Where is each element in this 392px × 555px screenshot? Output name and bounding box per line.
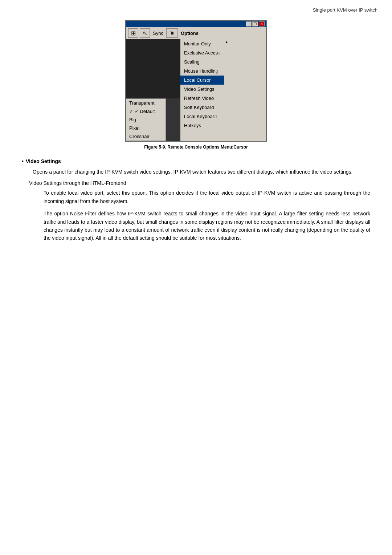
- move-icon-button[interactable]: ⊞: [128, 28, 138, 38]
- kvm-window: − ❐ ✕ ⊞ ↖ Sync 🖱 Options: [125, 20, 267, 142]
- menu-item-scaling[interactable]: Scaling: [180, 57, 224, 66]
- figure-caption: Figure 5-9. Remote Console Options Menu:…: [144, 145, 248, 150]
- section-title: Video Settings: [26, 158, 61, 164]
- menu-item-local-keyboard[interactable]: Local Keyboard: [180, 112, 224, 121]
- cursor-icon-button[interactable]: ↖: [140, 28, 150, 38]
- options-label[interactable]: Options: [179, 31, 200, 36]
- menu-item-video-settings[interactable]: Video Settings: [180, 85, 224, 94]
- sub-heading: Video Settings through the HTML-Frontend: [22, 180, 370, 186]
- section-heading: • Video Settings: [22, 158, 370, 164]
- menu-item-hotkeys[interactable]: Hotkeys: [180, 121, 224, 130]
- sync-icon-button[interactable]: 🖱: [166, 28, 178, 38]
- sub-para1: To enable local video port, select this …: [22, 189, 370, 205]
- menu-item-refresh-video[interactable]: Refresh Video: [180, 94, 224, 103]
- kvm-left-panel: Transparent ✓ Default Big Pixel Crosshai…: [126, 39, 180, 141]
- close-button[interactable]: ✕: [259, 21, 265, 27]
- kvm-titlebar: − ❐ ✕: [126, 21, 266, 27]
- scroll-up-arrow[interactable]: ▲: [224, 39, 229, 45]
- kvm-toolbar: ⊞ ↖ Sync 🖱 Options: [126, 27, 266, 39]
- menu-item-mouse-handling[interactable]: Mouse Handling: [180, 66, 224, 76]
- cursor-submenu: Transparent ✓ Default Big Pixel Crosshai…: [126, 98, 166, 141]
- right-menu-area: Monitor Only Exclusive Access Scaling Mo…: [180, 39, 229, 141]
- sub-para2: The option Noise Filter defines how IP-K…: [22, 210, 370, 242]
- menu-item-soft-keyboard[interactable]: Soft Keyboard: [180, 103, 224, 112]
- cursor-item-transparent[interactable]: Transparent: [126, 99, 166, 107]
- cursor-item-pixel[interactable]: Pixel: [126, 124, 166, 132]
- restore-button[interactable]: ❐: [252, 21, 258, 27]
- menu-item-local-cursor[interactable]: Local Cursor: [180, 76, 224, 85]
- cursor-item-default[interactable]: ✓ Default: [126, 107, 166, 116]
- page-header: Single port KVM over IP switch: [15, 7, 377, 13]
- cursor-icon: ↖: [143, 30, 147, 37]
- cursor-item-crosshair[interactable]: Crosshair: [126, 132, 166, 141]
- sync-label: Sync: [151, 31, 165, 36]
- kvm-body: Transparent ✓ Default Big Pixel Crosshai…: [126, 39, 266, 141]
- sync-icon: 🖱: [170, 30, 175, 36]
- figure-container: − ❐ ✕ ⊞ ↖ Sync 🖱 Options: [15, 20, 377, 150]
- cursor-item-big[interactable]: Big: [126, 116, 166, 124]
- menu-item-monitor-only[interactable]: Monitor Only: [180, 39, 224, 48]
- move-icon: ⊞: [131, 30, 136, 37]
- menu-item-exclusive-access[interactable]: Exclusive Access: [180, 48, 224, 57]
- minimize-button[interactable]: −: [246, 21, 252, 27]
- bullet-point: •: [22, 158, 24, 164]
- page-title: Single port KVM over IP switch: [313, 7, 377, 13]
- content-section: • Video Settings Opens a panel for chang…: [15, 158, 377, 242]
- options-menu: Monitor Only Exclusive Access Scaling Mo…: [180, 39, 224, 141]
- section-para1: Opens a panel for changing the IP-KVM sw…: [22, 168, 370, 176]
- menu-scrollbar[interactable]: ▲: [224, 39, 229, 141]
